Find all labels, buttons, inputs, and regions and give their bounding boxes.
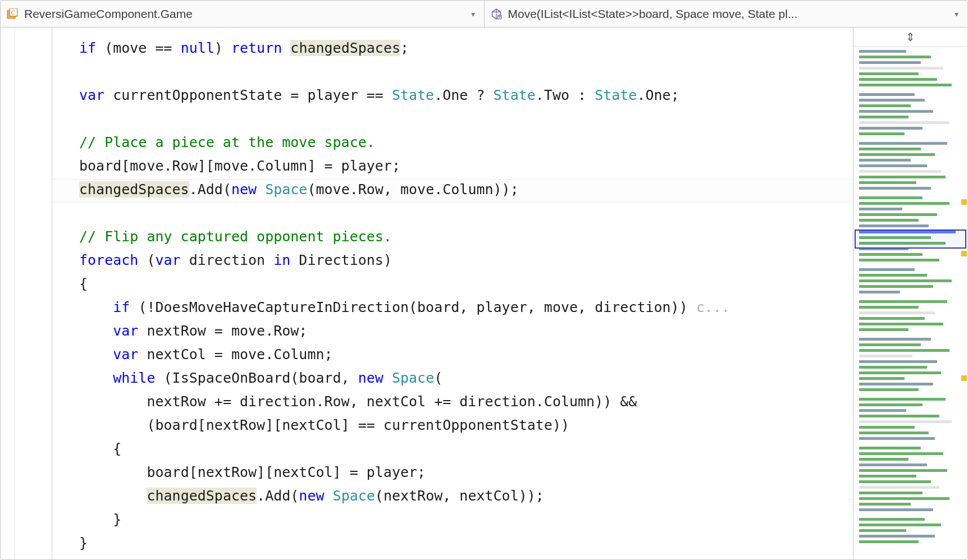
minimap-line [859,323,943,325]
minimap-line [859,159,911,162]
minimap-line [859,176,946,178]
minimap-line [859,497,949,500]
minimap-line [859,181,916,184]
minimap-line [859,170,941,173]
minimap-line [859,164,927,167]
method-icon [490,8,503,20]
minimap-viewport[interactable] [855,229,966,249]
minimap-line [859,437,935,440]
minimap-line [859,355,912,357]
minimap-line [859,274,927,277]
minimap-line [859,142,947,145]
minimap-line [859,398,946,401]
minimap-line [859,343,921,346]
minimap-line [859,409,906,412]
minimap-line [859,268,915,271]
minimap-marker [961,375,967,381]
minimap-line [859,420,952,423]
member-label: Move(IList<IList<State>>board, Space mov… [508,7,946,21]
minimap-line [859,475,916,478]
indicator-margin[interactable] [15,27,52,559]
minimap-line [859,540,919,543]
class-dropdown[interactable]: С ReversiGameComponent.Game ▾ [1,1,485,27]
minimap-line [859,458,908,461]
minimap-line [859,452,943,455]
minimap-line [859,116,908,118]
minimap-line [859,50,906,53]
editor-window: С ReversiGameComponent.Game ▾ Move(IList… [0,0,968,560]
minimap-line [859,153,935,156]
minimap-line [859,432,929,434]
minimap-line [859,253,923,256]
minimap-line [859,503,911,506]
minimap-line [859,463,927,466]
outlining-margin[interactable] [1,27,15,559]
member-dropdown[interactable]: Move(IList<IList<State>>board, Space mov… [485,1,968,27]
minimap-line [859,311,935,314]
chevron-down-icon: ▾ [951,10,962,19]
code-text[interactable]: if (move == null) return changedSpaces; … [79,36,846,555]
minimap-line [859,208,902,210]
minimap-line [859,196,923,199]
minimap-line [859,360,937,363]
minimap-line [859,371,941,374]
minimap-line [859,61,921,64]
minimap-line [859,224,929,227]
minimap-line [859,132,905,135]
minimap-line [859,480,931,483]
minimap-line [859,127,923,130]
minimap-line [859,219,919,222]
minimap-line [859,469,947,472]
minimap-line [859,349,949,352]
minimap-line [859,338,931,341]
class-label: ReversiGameComponent.Game [24,7,462,21]
svg-text:С: С [11,9,16,16]
minimap-line [859,377,905,380]
minimap-marker [961,199,967,205]
minimap-line [859,67,943,70]
minimap-line [859,213,937,216]
minimap-line [859,403,923,406]
navigation-bar: С ReversiGameComponent.Game ▾ Move(IList… [1,1,967,27]
minimap-line [859,104,911,107]
minimap-line [859,300,947,303]
minimap-line [859,518,925,521]
minimap-line [859,317,925,320]
minimap-line [859,383,933,385]
minimap-line [859,121,949,124]
minimap-line [859,328,908,331]
minimap-line [859,259,939,261]
class-icon: С [6,8,19,20]
overview-scrollbar[interactable]: ⇕ [853,27,967,559]
minimap-line [859,366,927,369]
minimap-line [859,279,952,282]
minimap-line [859,202,949,205]
minimap-line [859,415,939,417]
minimap-line [859,187,931,190]
minimap-line [859,148,921,150]
minimap-canvas[interactable] [853,47,967,559]
minimap-line [859,388,919,391]
minimap-line [859,56,931,58]
minimap-line [859,529,906,532]
minimap-line [859,535,935,538]
minimap-line [859,306,919,309]
minimap-line [859,84,952,86]
minimap-line [859,426,915,429]
code-area[interactable]: if (move == null) return changedSpaces; … [52,27,853,559]
minimap-line [859,486,939,489]
minimap-line [859,508,933,511]
minimap-line [859,285,933,288]
minimap-line [859,110,933,113]
minimap-line [859,447,921,449]
minimap-line [859,72,919,75]
editor-body: if (move == null) return changedSpaces; … [1,27,967,559]
minimap-line [859,78,937,81]
split-handle-icon[interactable]: ⇕ [853,27,967,47]
minimap-line [859,291,900,293]
minimap-line [859,99,925,102]
minimap-line [859,524,941,526]
minimap-marker [961,251,967,256]
chevron-down-icon: ▾ [468,10,478,19]
minimap-line [859,93,915,96]
